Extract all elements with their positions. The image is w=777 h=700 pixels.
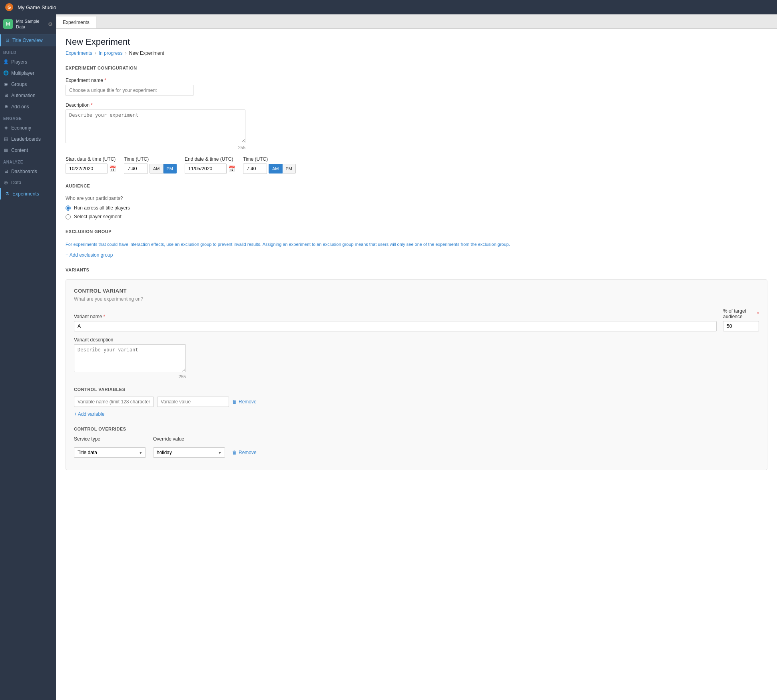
sidebar-item-content[interactable]: Content <box>0 145 56 156</box>
sidebar-item-leaderboards[interactable]: Leaderboards <box>0 134 56 145</box>
start-am-button[interactable]: AM <box>149 164 163 174</box>
required-star-name: * <box>104 78 106 83</box>
start-time-group: Time (UTC) AM PM <box>124 156 177 174</box>
multiplayer-icon <box>3 70 9 76</box>
sidebar-item-economy[interactable]: Economy <box>0 122 56 134</box>
service-type-label: Service type <box>74 436 146 442</box>
radio-all-players[interactable]: Run across all title players <box>66 205 767 211</box>
groups-icon <box>3 82 9 87</box>
start-calendar-icon[interactable]: 📅 <box>109 166 116 172</box>
date-time-row: Start date & time (UTC) 📅 Time (UTC) AM <box>66 156 767 174</box>
tabbar: Experiments <box>56 14 777 29</box>
settings-icon[interactable]: ⚙ <box>48 21 53 27</box>
required-star-desc: * <box>91 102 93 108</box>
control-variant-subtitle: What are you experimenting on? <box>74 296 759 302</box>
end-date-group: End date & time (UTC) 📅 <box>185 156 235 174</box>
variant-pct-group: % of target audience * <box>723 308 759 331</box>
override-value-select[interactable]: holiday event default <box>153 447 225 458</box>
addons-icon <box>3 104 9 110</box>
tab-experiments[interactable]: Experiments <box>56 16 96 28</box>
breadcrumb-in-progress[interactable]: In progress <box>99 50 123 56</box>
automation-icon <box>3 93 9 98</box>
variants-header: VARIANTS <box>66 267 767 274</box>
remove-variable-button[interactable]: 🗑 Remove <box>232 399 257 405</box>
content-icon <box>3 148 9 153</box>
data-icon <box>3 180 9 185</box>
trash-icon-override: 🗑 <box>232 450 237 455</box>
add-variable-button[interactable]: + Add variable <box>74 411 104 417</box>
end-pm-button[interactable]: PM <box>283 164 296 174</box>
variables-row: 🗑 Remove <box>74 397 759 407</box>
sidebar-item-title-overview[interactable]: Title Overview <box>0 34 56 46</box>
start-date-input[interactable] <box>66 164 108 174</box>
remove-override-button[interactable]: 🗑 Remove <box>232 450 257 455</box>
experiment-config-section: EXPERIMENT CONFIGURATION Experiment name… <box>66 66 767 174</box>
service-type-select-wrap: Title data Economy Remote Config ▼ <box>74 447 146 458</box>
exclusion-desc: For experiments that could have interact… <box>66 241 767 248</box>
experiments-icon <box>4 191 10 197</box>
svg-text:G: G <box>8 5 11 10</box>
variant-name-input[interactable] <box>74 321 717 331</box>
start-pm-button[interactable]: PM <box>163 164 177 174</box>
breadcrumb-sep-1: › <box>95 50 96 56</box>
variant-desc-textarea[interactable] <box>74 344 186 372</box>
start-time-input[interactable] <box>124 164 148 174</box>
override-value-label: Override value <box>153 436 225 442</box>
audience-section: AUDIENCE Who are your participants? Run … <box>66 183 767 219</box>
required-star-pct: * <box>757 311 759 317</box>
audience-question: Who are your participants? <box>66 195 767 201</box>
start-ampm-group: AM PM <box>149 164 177 174</box>
experiment-name-group: Experiment name * <box>66 78 767 96</box>
end-time-input[interactable] <box>243 164 267 174</box>
leaderboards-icon <box>3 136 9 142</box>
page-title: New Experiment <box>66 37 767 47</box>
breadcrumb-experiments[interactable]: Experiments <box>66 50 92 56</box>
start-date-group: Start date & time (UTC) 📅 <box>66 156 116 174</box>
sidebar-section-build: BUILD <box>0 46 56 56</box>
description-textarea[interactable] <box>66 110 245 143</box>
variable-name-input[interactable] <box>74 397 154 407</box>
sidebar-item-automation[interactable]: Automation <box>0 90 56 101</box>
end-am-button[interactable]: AM <box>269 164 283 174</box>
required-star-variant-name: * <box>103 314 105 319</box>
service-type-select[interactable]: Title data Economy Remote Config <box>74 447 146 458</box>
end-time-group: Time (UTC) AM PM <box>243 156 296 174</box>
variant-pct-input[interactable] <box>723 321 759 331</box>
control-overrides-title: CONTROL OVERRIDES <box>74 427 759 431</box>
description-group: Description * 255 <box>66 102 767 150</box>
sidebar-item-data[interactable]: Data <box>0 177 56 188</box>
sidebar-item-players[interactable]: Players <box>0 56 56 68</box>
variant-fields-row: Variant name * % of target audience * <box>74 308 759 331</box>
start-time-label: Time (UTC) <box>124 156 177 162</box>
sidebar-item-addons[interactable]: Add-ons <box>0 101 56 112</box>
overrides-inputs-row: Title data Economy Remote Config ▼ holid… <box>74 447 759 458</box>
control-variables-title: CONTROL VARIABLES <box>74 387 759 392</box>
add-exclusion-group-button[interactable]: + Add exclusion group <box>66 252 113 258</box>
end-calendar-icon[interactable]: 📅 <box>228 166 235 172</box>
main-area: Experiments New Experiment Experiments ›… <box>56 14 777 700</box>
players-icon <box>3 59 9 65</box>
experiment-name-label: Experiment name * <box>66 78 767 83</box>
sidebar-item-experiments[interactable]: Experiments <box>0 188 56 199</box>
exclusion-section: EXCLUSION GROUP For experiments that cou… <box>66 229 767 258</box>
end-ampm-group: AM PM <box>269 164 296 174</box>
brand-icon: M <box>3 19 13 29</box>
sidebar-section-engage: ENGAGE <box>0 112 56 122</box>
breadcrumb: Experiments › In progress › New Experime… <box>66 50 767 56</box>
end-time-label: Time (UTC) <box>243 156 296 162</box>
experiment-name-input[interactable] <box>66 85 193 96</box>
sidebar-item-multiplayer[interactable]: Multiplayer <box>0 68 56 79</box>
sidebar-item-groups[interactable]: Groups <box>0 79 56 90</box>
overrides-labels-row: Service type Override value <box>74 436 759 443</box>
app-title: My Game Studio <box>18 4 56 10</box>
variable-value-input[interactable] <box>157 397 229 407</box>
desc-char-count: 255 <box>66 145 245 150</box>
audience-radio-group: Run across all title players Select play… <box>66 205 767 219</box>
end-date-input[interactable] <box>185 164 227 174</box>
start-date-label: Start date & time (UTC) <box>66 156 116 162</box>
variant-pct-label: % of target audience * <box>723 308 759 319</box>
radio-select-segment[interactable]: Select player segment <box>66 214 767 219</box>
sidebar-item-dashboards[interactable]: Dashboards <box>0 166 56 177</box>
control-variant-title: CONTROL VARIANT <box>74 288 759 294</box>
trash-icon-variable: 🗑 <box>232 399 237 405</box>
